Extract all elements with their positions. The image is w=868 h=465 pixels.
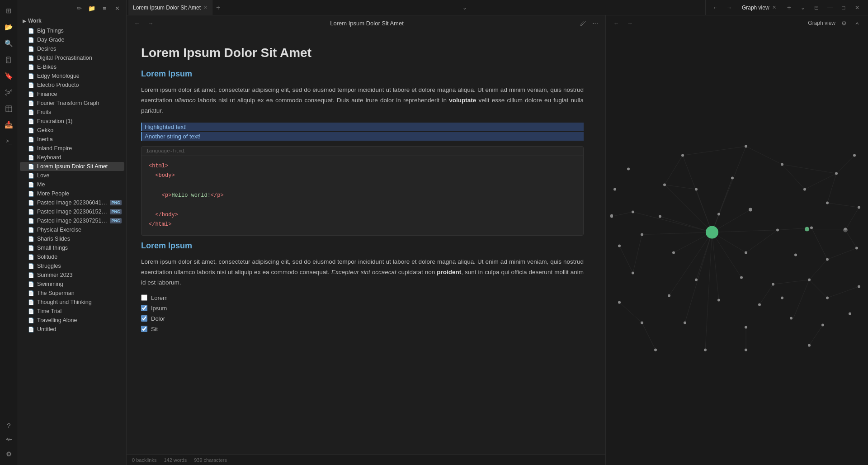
graph-tab[interactable]: Graph view ✕ — [737, 0, 781, 15]
sidebar-item[interactable]: 📄Desires — [20, 44, 124, 53]
sidebar-item[interactable]: 📄Struggles — [20, 261, 124, 270]
sidebar-item[interactable]: 📄Digital Procrastination — [20, 53, 124, 62]
sidebar-item[interactable]: 📄Big Things — [20, 26, 124, 35]
settings-icon[interactable]: ⚙ — [2, 447, 16, 461]
sidebar-item[interactable]: 📄Pasted image 20230615203730PNG — [20, 207, 124, 216]
file-icon: 📄 — [28, 164, 34, 170]
sidebar-item[interactable]: 📄Pasted image 20230604180900PNG — [20, 198, 124, 207]
svg-point-70 — [695, 188, 698, 191]
svg-point-77 — [717, 213, 720, 216]
svg-point-66 — [745, 145, 747, 148]
sidebar-item[interactable]: 📄E-Bikes — [20, 62, 124, 71]
graph-back-btn[interactable]: ← — [611, 18, 621, 28]
layout-icon[interactable]: ⊟ — [811, 2, 822, 13]
sidebar-item[interactable]: 📄Sharis Slides — [20, 234, 124, 243]
editor-forward-btn[interactable]: → — [146, 18, 156, 28]
sidebar-item[interactable]: 📄Finance — [20, 90, 124, 99]
sidebar-item[interactable]: 📄Travelling Alone — [20, 316, 124, 325]
status-bar: 0 backlinks 142 words 939 characters — [127, 454, 605, 465]
svg-point-76 — [659, 215, 661, 218]
close-sidebar-icon[interactable]: ✕ — [112, 3, 123, 14]
bookmark-icon[interactable]: 🔖 — [2, 69, 16, 83]
file-icon: 📄 — [28, 245, 34, 251]
svg-point-89 — [794, 254, 797, 256]
sidebar-item[interactable]: 📄Love — [20, 171, 124, 180]
svg-point-97 — [668, 294, 670, 297]
checklist-checkbox-dolor[interactable] — [141, 315, 147, 322]
new-note-icon[interactable]: ✏ — [74, 3, 85, 14]
search-icon[interactable]: 🔍 — [2, 36, 16, 51]
code-block-lang: language-html — [142, 147, 583, 156]
sidebar-item-label: Struggles — [37, 263, 122, 269]
sidebar-item[interactable]: 📄Thought und Thinking — [20, 298, 124, 307]
sidebar-item[interactable]: 📄Day Grade — [20, 35, 124, 44]
sidebar-item-label: Frustration (1) — [37, 118, 122, 124]
sidebar-item-label: Keyboard — [37, 154, 122, 161]
checklist-checkbox-ipsum[interactable] — [141, 305, 147, 311]
sidebar-items: 📄Big Things📄Day Grade📄Desires📄Digital Pr… — [20, 26, 124, 334]
file-icon: 📄 — [28, 191, 34, 197]
graph-forward-btn[interactable]: → — [625, 18, 635, 28]
sidebar-item[interactable]: 📄Inertia — [20, 135, 124, 144]
sidebar-item[interactable]: 📄Fruits — [20, 108, 124, 117]
sidebar-item[interactable]: 📄Swimming — [20, 280, 124, 289]
graph-settings-icon[interactable]: ⚙ — [839, 18, 849, 28]
main-tab-add[interactable]: + — [212, 4, 224, 12]
activity-icon[interactable] — [2, 432, 16, 447]
sidebar-item[interactable]: 📄Summer 2023 — [20, 270, 124, 280]
graph-tab-overflow[interactable]: ⌄ — [797, 2, 808, 13]
sidebar-item[interactable]: 📄Physical Exercise — [20, 225, 124, 234]
sidebar-item[interactable]: 📄Pasted image 20230725101203PNG — [20, 216, 124, 225]
main-tab[interactable]: Lorem Ipsum Dolor Sit Amet ✕ — [128, 0, 212, 15]
main-tab-close[interactable]: ✕ — [203, 5, 208, 10]
table-icon[interactable] — [2, 101, 16, 116]
sidebar-item[interactable]: 📄Gekko — [20, 126, 124, 135]
file-icon: 📄 — [28, 318, 34, 323]
sidebar-item[interactable]: 📄Electro Producto — [20, 81, 124, 90]
sidebar-item[interactable]: 📄Inland Empire — [20, 144, 124, 153]
open-folder-icon[interactable]: 📂 — [2, 20, 16, 34]
graph-tab-close[interactable]: ✕ — [772, 5, 776, 10]
new-folder-icon[interactable]: 📁 — [86, 3, 97, 14]
inbox-icon[interactable]: 📥 — [2, 118, 16, 132]
editor-content[interactable]: Lorem Ipsum Dolor Sit Amet Lorem Ipsum L… — [127, 31, 605, 454]
svg-point-78 — [749, 208, 752, 212]
graph-view-icon[interactable] — [2, 85, 16, 100]
file-icon[interactable] — [2, 52, 16, 67]
editor-back-btn[interactable]: ← — [132, 18, 142, 28]
graph-more-icon[interactable] — [853, 18, 863, 28]
file-icon: 📄 — [28, 146, 34, 152]
sidebar-item[interactable]: 📄Solitude — [20, 252, 124, 261]
sidebar-item[interactable]: 📄Small things — [20, 243, 124, 252]
graph-nav-forward[interactable]: → — [724, 2, 735, 13]
sidebar-item[interactable]: 📄Edgy Monologue — [20, 71, 124, 81]
sidebar-item[interactable]: 📄Me — [20, 180, 124, 189]
minimize-icon[interactable]: — — [825, 2, 835, 13]
tab-overflow-icon[interactable]: ⌄ — [459, 2, 470, 13]
window-close-icon[interactable]: ✕ — [852, 2, 863, 13]
checklist-checkbox-lorem[interactable] — [141, 294, 147, 301]
graph-nav-back[interactable]: ← — [710, 2, 721, 13]
sidebar-item[interactable]: 📄Lorem Ipsum Dolor Sit Amet — [20, 162, 124, 171]
sidebar-item[interactable]: 📄More People — [20, 189, 124, 198]
sort-icon[interactable]: ≡ — [99, 3, 110, 14]
sidebar-group-header[interactable]: ▶ Work — [20, 16, 124, 25]
doc-title: Lorem Ipsum Dolor Sit Amet — [141, 46, 584, 60]
sidebar-toggle-icon[interactable]: ⊞ — [2, 4, 16, 18]
restore-icon[interactable]: □ — [838, 2, 849, 13]
graph-tab-add[interactable]: + — [783, 4, 795, 12]
graph-svg — [606, 31, 868, 465]
sidebar-item[interactable]: 📄Keyboard — [20, 153, 124, 162]
file-icon: 📄 — [28, 299, 34, 305]
terminal-icon[interactable]: >_ — [2, 134, 16, 148]
sidebar-item[interactable]: 📄Frustration (1) — [20, 117, 124, 126]
sidebar-item[interactable]: 📄The Superman — [20, 289, 124, 298]
editor-edit-icon[interactable] — [578, 18, 588, 28]
help-icon[interactable]: ? — [2, 418, 16, 432]
editor-more-icon[interactable]: ⋯ — [590, 18, 600, 28]
sidebar-item[interactable]: 📄Fourier Transform Graph — [20, 99, 124, 108]
sidebar-item[interactable]: 📄Time Trial — [20, 307, 124, 316]
checklist-checkbox-sit[interactable] — [141, 326, 147, 332]
sidebar-item[interactable]: 📄Untitled — [20, 325, 124, 334]
editor-title: Lorem Ipsum Dolor Sit Amet — [159, 20, 575, 27]
